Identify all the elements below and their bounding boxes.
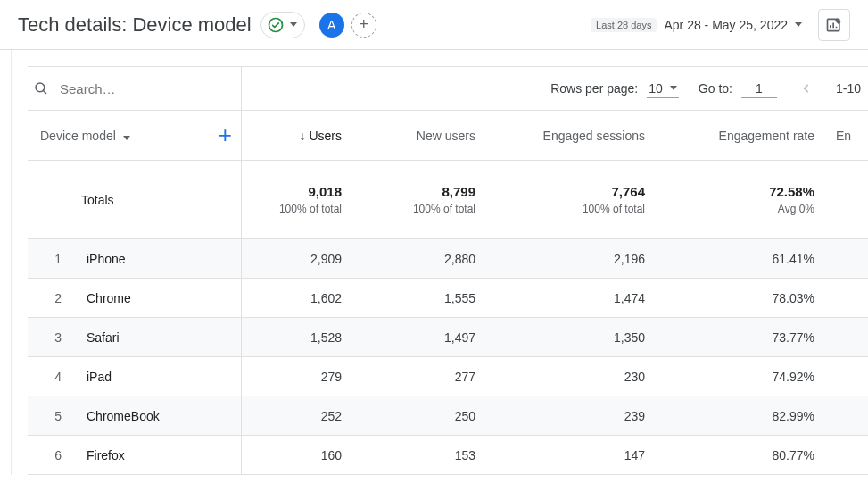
totals-value: 72.58%	[769, 184, 814, 199]
column-header-label: Users	[309, 129, 342, 143]
date-range-picker[interactable]: Last 28 days Apr 28 - May 25, 2022	[591, 18, 802, 32]
goto-label: Go to:	[699, 81, 732, 96]
row-name: iPad	[87, 370, 112, 384]
prev-page-button[interactable]	[797, 79, 816, 98]
plus-icon: +	[359, 15, 368, 34]
column-header-engaged-sessions[interactable]: Engaged sessions	[492, 129, 661, 143]
row-value: 2,880	[358, 252, 492, 266]
row-value: 239	[492, 409, 661, 423]
totals-value: 8,799	[442, 184, 475, 199]
sort-descending-icon: ↓	[299, 129, 305, 143]
row-value: 279	[242, 370, 358, 384]
chevron-down-icon	[670, 86, 677, 90]
totals-cell: 7,764 100% of total	[492, 161, 661, 238]
add-dimension-button[interactable]: +	[219, 121, 232, 149]
totals-sub: 100% of total	[583, 203, 645, 215]
row-index: 4	[51, 370, 62, 384]
column-header-overflow[interactable]: En	[831, 129, 868, 143]
row-dimension: 5ChromeBook	[28, 396, 242, 435]
row-value: 252	[242, 409, 358, 423]
rows-per-page-select[interactable]: 10	[647, 79, 679, 98]
rows-per-page-value: 10	[649, 81, 663, 96]
table-row[interactable]: 6Firefox16015314780.77%	[28, 436, 868, 475]
row-value: 2,909	[242, 252, 358, 266]
row-value: 1,474	[492, 291, 661, 305]
totals-label: Totals	[28, 161, 242, 238]
dimension-header[interactable]: Device model +	[28, 111, 242, 160]
row-value: 153	[358, 448, 492, 463]
page-title: Tech details: Device model	[18, 13, 252, 37]
row-name: Chrome	[87, 291, 131, 305]
row-value: 78.03%	[661, 291, 831, 305]
search-input[interactable]	[58, 80, 192, 97]
row-dimension: 1iPhone	[28, 239, 242, 278]
row-dimension: 4iPad	[28, 357, 242, 396]
row-name: Safari	[87, 330, 120, 345]
totals-cell: 72.58% Avg 0%	[661, 161, 831, 238]
svg-line-3	[43, 90, 46, 94]
totals-sub: Avg 0%	[778, 203, 814, 215]
row-value: 147	[492, 448, 661, 463]
totals-value: 7,764	[611, 184, 645, 199]
table-body: 1iPhone2,9092,8802,19661.41%2Chrome1,602…	[28, 239, 868, 475]
header-bar: Tech details: Device model A + Last 28 d…	[0, 0, 868, 50]
totals-cell: 8,799 100% of total	[358, 161, 492, 238]
chevron-down-icon	[290, 22, 297, 27]
table-controls: Rows per page: 10 Go to: 1 1-10	[28, 66, 868, 111]
chevron-down-icon	[123, 136, 130, 140]
edit-chart-icon	[825, 16, 843, 34]
report-body: Rows per page: 10 Go to: 1 1-10 Device m…	[11, 50, 868, 475]
goto-input[interactable]: 1	[741, 79, 777, 98]
totals-sub: 100% of total	[413, 203, 475, 215]
row-value: 1,350	[492, 330, 661, 345]
row-value: 80.77%	[661, 448, 831, 463]
totals-row: Totals 9,018 100% of total 8,799 100% of…	[28, 161, 868, 239]
row-dimension: 3Safari	[28, 318, 242, 356]
column-header-new-users[interactable]: New users	[358, 129, 492, 143]
row-value: 1,555	[358, 291, 492, 305]
row-index: 3	[51, 330, 62, 345]
totals-cell: 9,018 100% of total	[242, 161, 358, 238]
check-circle-icon	[267, 16, 285, 34]
column-headers: Device model + ↓ Users New users Engaged…	[28, 111, 868, 161]
chevron-down-icon	[795, 22, 802, 27]
segment-avatar[interactable]: A	[319, 13, 344, 38]
search-cell	[28, 67, 242, 110]
dimension-header-label: Device model	[40, 129, 116, 143]
page-range-indicator: 1-10	[836, 81, 861, 96]
add-comparison-button[interactable]: +	[351, 13, 376, 38]
table-row[interactable]: 3Safari1,5281,4971,35073.77%	[28, 318, 868, 357]
row-value: 250	[358, 409, 492, 423]
table-row[interactable]: 4iPad27927723074.92%	[28, 357, 868, 396]
row-value: 277	[358, 370, 492, 384]
row-index: 5	[51, 409, 62, 423]
row-value: 1,602	[242, 291, 358, 305]
column-header-engagement-rate[interactable]: Engagement rate	[661, 129, 831, 143]
date-range-value: Apr 28 - May 25, 2022	[664, 18, 788, 32]
column-header-label: Engaged sessions	[543, 129, 645, 143]
search-icon	[33, 80, 49, 96]
status-dropdown[interactable]	[260, 12, 305, 38]
row-name: ChromeBook	[87, 409, 160, 423]
row-dimension: 2Chrome	[28, 279, 242, 317]
totals-sub: 100% of total	[279, 203, 342, 215]
svg-point-0	[269, 18, 282, 31]
row-index: 2	[51, 291, 62, 305]
table-row[interactable]: 2Chrome1,6021,5551,47478.03%	[28, 279, 868, 318]
row-index: 6	[51, 448, 62, 463]
row-value: 61.41%	[661, 252, 831, 266]
table-row[interactable]: 5ChromeBook25225023982.99%	[28, 396, 868, 436]
column-header-label: Engagement rate	[719, 129, 814, 143]
row-value: 160	[242, 448, 358, 463]
row-value: 2,196	[492, 252, 661, 266]
row-value: 82.99%	[661, 409, 831, 423]
column-header-label: New users	[417, 129, 475, 143]
row-value: 230	[492, 370, 661, 384]
row-index: 1	[51, 252, 62, 266]
table-row[interactable]: 1iPhone2,9092,8802,19661.41%	[28, 239, 868, 279]
column-header-users[interactable]: ↓ Users	[242, 129, 358, 143]
rows-per-page-label: Rows per page:	[550, 81, 638, 96]
customize-report-button[interactable]	[818, 9, 850, 41]
paging-controls: Rows per page: 10 Go to: 1 1-10	[242, 67, 868, 110]
row-name: iPhone	[87, 252, 126, 266]
